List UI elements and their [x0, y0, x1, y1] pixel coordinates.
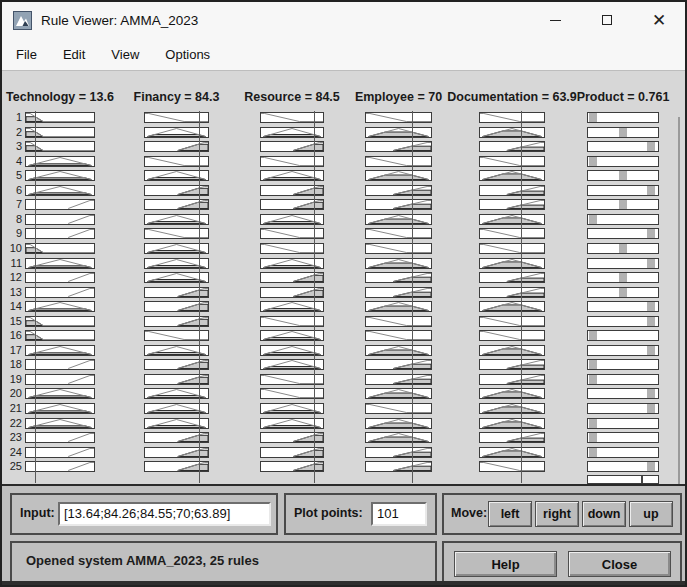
mf-plot-cell[interactable]: [479, 374, 545, 385]
menu-item-view[interactable]: View: [99, 41, 151, 68]
mf-plot-cell[interactable]: [365, 156, 432, 167]
rule-number[interactable]: 2: [2, 126, 22, 138]
mf-plot-cell[interactable]: [479, 432, 545, 443]
rule-number[interactable]: 7: [2, 198, 22, 210]
rule-number[interactable]: 23: [2, 431, 22, 443]
mf-plot-cell[interactable]: [365, 141, 432, 152]
mf-plot-cell[interactable]: [479, 156, 545, 167]
mf-plot-cell[interactable]: [365, 374, 432, 385]
input-value-line[interactable]: [521, 111, 522, 483]
input-value-line[interactable]: [314, 111, 315, 483]
rule-number[interactable]: 17: [2, 344, 22, 356]
rule-number[interactable]: 20: [2, 387, 22, 399]
mf-plot-cell[interactable]: [365, 214, 432, 225]
mf-plot-cell[interactable]: [479, 301, 545, 312]
rule-number[interactable]: 11: [2, 257, 22, 269]
menu-item-edit[interactable]: Edit: [51, 41, 97, 68]
mf-plot-cell[interactable]: [365, 330, 432, 341]
rule-number[interactable]: 6: [2, 184, 22, 196]
move-down-button[interactable]: down: [582, 501, 626, 527]
mf-plot-cell[interactable]: [479, 185, 545, 196]
menu-item-file[interactable]: File: [4, 41, 49, 68]
mf-plot-cell[interactable]: [365, 112, 432, 123]
close-window-button[interactable]: ✕: [633, 2, 685, 38]
mf-plot-cell[interactable]: [365, 170, 432, 181]
mf-plot-cell[interactable]: [479, 388, 545, 399]
input-value-line[interactable]: [412, 111, 413, 483]
move-up-button[interactable]: up: [629, 501, 673, 527]
mf-plot-cell[interactable]: [479, 316, 545, 327]
mf-plot-cell[interactable]: [365, 418, 432, 429]
mf-plot-cell[interactable]: [365, 185, 432, 196]
rule-number[interactable]: 13: [2, 286, 22, 298]
help-button[interactable]: Help: [454, 551, 557, 577]
app-icon[interactable]: [13, 11, 32, 30]
mf-plot-cell[interactable]: [479, 272, 545, 283]
mf-plot-cell[interactable]: [479, 258, 545, 269]
mf-plot-cell[interactable]: [479, 112, 545, 123]
rule-number[interactable]: 25: [2, 460, 22, 472]
menu-item-options[interactable]: Options: [153, 41, 222, 68]
mf-plot-cell[interactable]: [365, 258, 432, 269]
mf-plot-cell[interactable]: [479, 447, 545, 458]
move-left-button[interactable]: left: [488, 501, 532, 527]
rule-number[interactable]: 4: [2, 155, 22, 167]
mf-plot-cell[interactable]: [479, 141, 545, 152]
menubar: FileEditViewOptions: [2, 38, 685, 71]
mf-plot-cell[interactable]: [479, 243, 545, 254]
mf-plot-cell[interactable]: [479, 461, 545, 472]
input-field[interactable]: [13.64;84.26;84.55;70;63.89]: [58, 502, 271, 526]
mf-plot-cell[interactable]: [479, 418, 545, 429]
input-value-line[interactable]: [199, 111, 200, 483]
mf-plot-cell[interactable]: [365, 316, 432, 327]
mf-plot-cell[interactable]: [365, 199, 432, 210]
rule-number[interactable]: 10: [2, 242, 22, 254]
mf-plot-cell[interactable]: [365, 388, 432, 399]
mf-plot-cell[interactable]: [479, 359, 545, 370]
mf-plot-cell[interactable]: [365, 461, 432, 472]
mf-plot-cell[interactable]: [365, 287, 432, 298]
rule-number[interactable]: 9: [2, 227, 22, 239]
move-right-button[interactable]: right: [535, 501, 579, 527]
rule-number[interactable]: 1: [2, 111, 22, 123]
mf-plot-cell[interactable]: [365, 272, 432, 283]
rule-number[interactable]: 5: [2, 169, 22, 181]
mf-plot-cell[interactable]: [365, 243, 432, 254]
mf-plot-cell[interactable]: [365, 359, 432, 370]
rule-number[interactable]: 21: [2, 402, 22, 414]
mf-plot-cell[interactable]: [365, 447, 432, 458]
mf-plot-cell[interactable]: [479, 170, 545, 181]
mf-plot-cell[interactable]: [479, 214, 545, 225]
mf-plot-cell[interactable]: [479, 127, 545, 138]
maximize-button[interactable]: [581, 2, 633, 38]
rule-number[interactable]: 14: [2, 300, 22, 312]
plot-points-field[interactable]: 101: [371, 502, 427, 526]
mf-plot-cell[interactable]: [479, 199, 545, 210]
rule-number[interactable]: 22: [2, 417, 22, 429]
output-plot-cell: [587, 141, 659, 152]
mf-plot-cell[interactable]: [479, 228, 545, 239]
minimize-button[interactable]: [529, 2, 581, 38]
close-button[interactable]: Close: [568, 551, 671, 577]
mf-plot-cell[interactable]: [365, 403, 432, 414]
mf-plot-cell[interactable]: [479, 330, 545, 341]
rule-number[interactable]: 24: [2, 446, 22, 458]
rule-number[interactable]: 15: [2, 315, 22, 327]
output-value-marker: [641, 476, 643, 483]
input-value-line[interactable]: [35, 111, 36, 483]
mf-plot-cell[interactable]: [479, 287, 545, 298]
rule-number[interactable]: 18: [2, 358, 22, 370]
rule-number[interactable]: 3: [2, 140, 22, 152]
output-strip-right: [647, 317, 655, 326]
mf-plot-cell[interactable]: [365, 228, 432, 239]
mf-plot-cell[interactable]: [365, 301, 432, 312]
mf-plot-cell[interactable]: [365, 127, 432, 138]
mf-plot-cell[interactable]: [479, 403, 545, 414]
mf-plot-cell[interactable]: [365, 432, 432, 443]
mf-plot-cell[interactable]: [365, 345, 432, 356]
rule-number[interactable]: 19: [2, 373, 22, 385]
mf-plot-cell[interactable]: [479, 345, 545, 356]
rule-number[interactable]: 16: [2, 329, 22, 341]
rule-number[interactable]: 12: [2, 271, 22, 283]
rule-number[interactable]: 8: [2, 213, 22, 225]
